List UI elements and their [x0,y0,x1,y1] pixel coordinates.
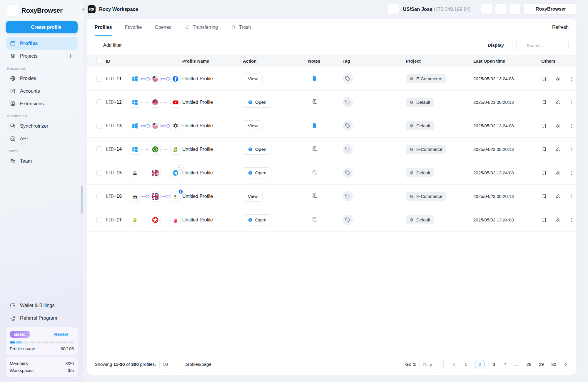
transfer-icon[interactable] [555,193,561,199]
page-number-4[interactable]: 4 [503,362,507,367]
view-button[interactable]: View [243,120,263,131]
tag-chip-button[interactable] [343,215,353,225]
tag-chip-button[interactable] [343,74,353,84]
sidebar-item-accounts[interactable]: Accounts [6,85,78,97]
bookmark-icon[interactable] [541,76,547,82]
search-input[interactable] [527,43,565,48]
renew-link[interactable]: Renew [54,332,74,337]
sidebar-collapse-handle[interactable] [82,8,85,11]
open-button[interactable]: Open [243,214,271,225]
bookmark-icon[interactable] [541,99,547,105]
page-number-3[interactable]: 3 [492,362,496,367]
tag-chip-button[interactable] [343,121,353,131]
tab-trash[interactable]: Trash [231,19,251,36]
bookmark-icon[interactable] [541,123,547,129]
sort-icon[interactable] [211,59,215,64]
note-add-icon[interactable] [311,193,318,199]
col-notes: Notes [308,59,320,64]
row-checkbox[interactable] [96,217,102,223]
note-add-icon[interactable] [311,146,318,152]
note-add-icon[interactable] [311,169,318,176]
note-add-icon[interactable] [311,216,318,223]
note-filled-icon[interactable] [311,75,318,81]
sidebar-item-wallet[interactable]: Wallet & Billings [6,299,78,312]
add-filter-button[interactable]: Add filter [95,43,122,48]
tab-opened[interactable]: Opened [155,19,171,36]
page-number-28[interactable]: 28 [526,362,531,367]
sort-icon[interactable] [112,59,116,64]
mail-button[interactable] [495,4,506,15]
select-all-checkbox[interactable] [96,58,102,64]
transfer-icon[interactable] [555,217,561,223]
page-number-29[interactable]: 29 [539,362,544,367]
transfer-icon[interactable] [555,123,561,129]
row-checkbox[interactable] [96,123,102,129]
kebab-menu-icon[interactable] [569,99,575,105]
workspace-name[interactable]: Roxy Workspace [99,6,138,12]
kebab-menu-icon[interactable] [569,76,575,82]
kebab-menu-icon[interactable] [569,193,575,199]
view-button[interactable]: View [243,191,263,202]
sidebar-item-extensions[interactable]: Extensions [6,97,78,110]
kebab-menu-icon[interactable] [569,170,575,176]
sidebar-item-synchroinzer[interactable]: Synchroinzer [6,120,78,132]
row-checkbox[interactable] [96,99,102,105]
row-checkbox[interactable] [96,146,102,152]
transfer-icon[interactable] [555,76,561,82]
row-checkbox[interactable] [96,76,102,82]
proxy-device-button[interactable] [388,4,399,15]
tag-chip-button[interactable] [343,97,353,107]
chevron-right-icon[interactable] [141,7,146,11]
sync-button[interactable] [481,4,492,15]
refresh-button[interactable]: Refresh [544,24,569,30]
note-filled-icon[interactable] [311,122,318,129]
kebab-menu-icon[interactable] [569,146,575,152]
settings-gear-icon[interactable] [510,24,516,31]
tag-chip-button[interactable] [343,191,353,201]
kebab-menu-icon[interactable] [569,217,575,223]
sidebar-item-profiles[interactable]: Profiles [6,37,78,50]
transfer-icon[interactable] [555,99,561,105]
sidebar-item-team[interactable]: Team [6,155,78,167]
sidebar-scrollbar[interactable] [81,186,83,214]
tab-favorite[interactable]: Favorite [125,19,142,36]
eye-off-icon[interactable] [323,58,329,64]
row-checkbox[interactable] [96,193,102,199]
account-menu-button[interactable]: RoxyBrowser [523,4,577,15]
prev-page-icon[interactable] [451,362,456,367]
open-button[interactable]: Open [243,97,271,108]
next-page-icon[interactable] [564,362,569,367]
sidebar-item-projects[interactable]: Projects [6,50,78,62]
tag-chip-button[interactable] [343,144,353,154]
view-button[interactable]: View [243,73,263,84]
page-number-2[interactable]: 2 [475,360,485,369]
open-button[interactable]: Open [243,167,271,178]
bookmark-icon[interactable] [541,217,547,223]
sidebar-item-referral[interactable]: Referral Program [6,312,78,324]
tab-transferring[interactable]: Transferring [184,19,218,36]
note-add-icon[interactable] [311,99,318,105]
kebab-menu-icon[interactable] [569,123,575,129]
bookmark-icon[interactable] [541,170,547,176]
tag-chip-button[interactable] [343,168,353,178]
page-number-1[interactable]: 1 [464,362,468,367]
page-number-30[interactable]: 30 [551,362,556,367]
row-checkbox[interactable] [96,170,102,176]
sort-icon[interactable] [507,59,510,64]
bookmark-icon[interactable] [541,146,547,152]
lock-button[interactable] [509,4,520,15]
project-badge: Default [406,98,434,107]
create-profile-button[interactable]: Create profile [6,21,78,33]
display-button[interactable]: Display [476,40,508,51]
tag-manage-icon[interactable] [522,24,528,31]
add-project-icon[interactable] [68,53,74,59]
page-size-select[interactable]: 10 [159,359,182,370]
tab-profiles[interactable]: Profiles [95,19,112,36]
sidebar-item-api[interactable]: API [6,132,78,145]
goto-page-input[interactable] [420,359,438,370]
open-button[interactable]: Open [243,144,271,155]
transfer-icon[interactable] [555,170,561,176]
sidebar-item-proxies[interactable]: Proxies [6,72,78,85]
bookmark-icon[interactable] [541,193,547,199]
transfer-icon[interactable] [555,146,561,152]
